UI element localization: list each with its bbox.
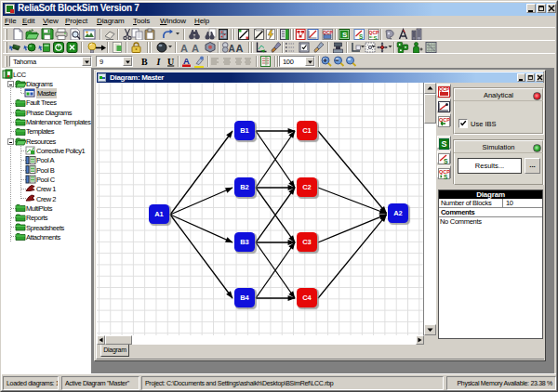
svg-text:A: A: [236, 43, 244, 54]
svg-text:S: S: [342, 31, 348, 39]
svg-text:S: S: [359, 33, 364, 40]
svg-text:S: S: [442, 139, 447, 149]
svg-text:QCP: QCP: [439, 86, 450, 92]
svg-text:A: A: [183, 56, 190, 66]
svg-text:A: A: [192, 43, 199, 54]
svg-text:I: I: [156, 57, 162, 67]
svg-text:S: S: [444, 158, 448, 164]
svg-text:A: A: [229, 44, 235, 54]
svg-text:A: A: [180, 43, 188, 54]
svg-text:S: S: [444, 174, 448, 180]
svg-text:QCP: QCP: [323, 30, 334, 35]
svg-text:QCP: QCP: [439, 117, 450, 123]
svg-text:U: U: [167, 57, 174, 67]
svg-text:B: B: [141, 57, 148, 67]
